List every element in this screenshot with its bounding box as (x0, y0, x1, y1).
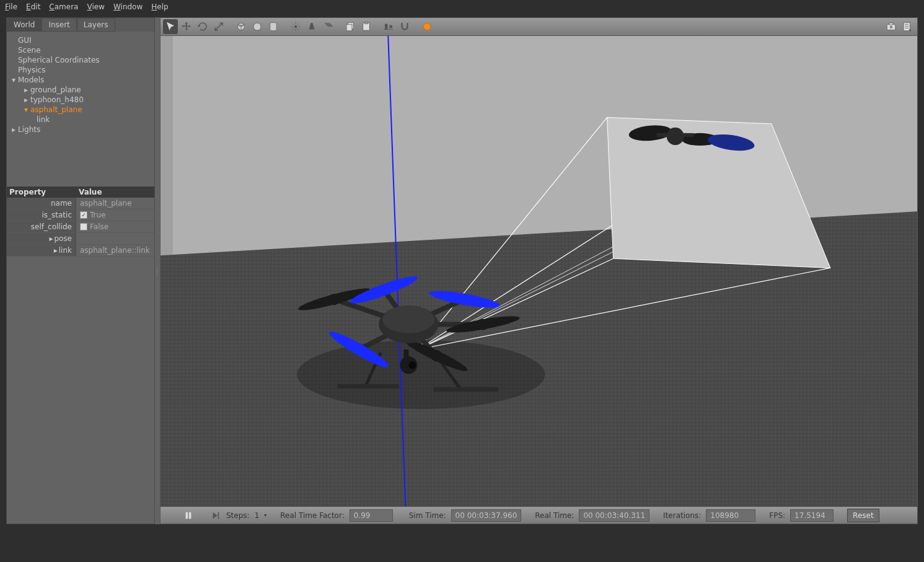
main-area: World Insert Layers GUI Scene Spherical … (0, 14, 924, 528)
menu-edit[interactable]: Edit (26, 2, 40, 11)
checkbox-self-collide[interactable] (80, 223, 87, 231)
checkbox-is-static[interactable]: ✓ (80, 211, 87, 219)
svg-point-76 (408, 361, 416, 369)
tool-select[interactable] (163, 19, 178, 34)
prop-name-key: name (7, 198, 76, 209)
svg-rect-53 (433, 387, 498, 392)
svg-line-7 (293, 24, 294, 25)
fps-label: FPS: (769, 511, 785, 520)
tree-spherical[interactable]: Spherical Coordinates (9, 55, 152, 65)
viewport-3d[interactable] (160, 36, 918, 507)
svg-rect-19 (390, 25, 393, 29)
tool-log[interactable] (900, 19, 915, 34)
tool-screenshot[interactable] (884, 19, 899, 34)
svg-rect-23 (889, 23, 893, 25)
tree-ground-plane[interactable]: ground_plane (9, 85, 152, 95)
rtf-label: Real Time Factor: (280, 511, 344, 520)
prop-link-val: asphalt_plane::link (76, 245, 154, 256)
panel-filler (7, 257, 154, 524)
tree-gui[interactable]: GUI (9, 35, 152, 45)
simtime-value: 00 00:03:37.960 (451, 509, 522, 522)
svg-rect-17 (365, 22, 368, 24)
tool-directional[interactable] (320, 19, 335, 34)
tool-view-angle[interactable] (420, 19, 434, 34)
svg-point-73 (382, 305, 434, 333)
world-tree[interactable]: GUI Scene Spherical Coordinates Physics … (7, 32, 154, 187)
menu-file[interactable]: File (5, 2, 17, 11)
fps-value: 17.5194 (790, 509, 834, 522)
svg-point-22 (890, 26, 893, 29)
menu-help[interactable]: Help (151, 2, 168, 11)
property-panel: Property Value name asphalt_plane is_sta… (7, 187, 154, 257)
menubar: File Edit Camera View Window Help (0, 0, 924, 14)
prop-self-collide-key: self_collide (7, 221, 76, 232)
tool-paste[interactable] (359, 19, 374, 34)
prop-link[interactable]: link asphalt_plane::link (7, 245, 154, 257)
steps-dropdown-icon[interactable]: ▾ (264, 512, 266, 518)
svg-point-0 (253, 23, 261, 30)
tool-translate[interactable] (179, 19, 194, 34)
svg-rect-52 (337, 384, 399, 389)
svg-line-9 (293, 29, 294, 30)
tree-physics[interactable]: Physics (9, 65, 152, 75)
tool-sphere[interactable] (250, 19, 265, 34)
realtime-label: Real Time: (535, 511, 574, 520)
prop-name[interactable]: name asphalt_plane (7, 198, 154, 209)
svg-rect-78 (189, 512, 191, 519)
svg-rect-15 (346, 24, 352, 31)
panel-tabs: World Insert Layers (7, 18, 154, 32)
center-area: Steps: 1 ▾ Real Time Factor: 0.99 Sim Ti… (160, 17, 918, 524)
statusbar: Steps: 1 ▾ Real Time Factor: 0.99 Sim Ti… (160, 507, 918, 524)
tab-world[interactable]: World (7, 18, 42, 32)
tool-align[interactable] (381, 19, 396, 34)
tool-cylinder[interactable] (266, 19, 281, 34)
tree-link[interactable]: link (9, 115, 152, 125)
scene-render (161, 36, 917, 506)
splitter[interactable] (155, 17, 160, 524)
toolbar (160, 17, 918, 36)
iterations-value: 108980 (706, 509, 755, 522)
reset-button[interactable]: Reset (847, 509, 879, 522)
prop-self-collide-val[interactable]: False (76, 221, 154, 232)
prop-pose[interactable]: pose (7, 233, 154, 245)
tree-scene[interactable]: Scene (9, 45, 152, 55)
simtime-label: Sim Time: (409, 511, 446, 520)
tab-layers[interactable]: Layers (77, 18, 115, 32)
header-value: Value (76, 187, 154, 198)
rtf-value: 0.99 (350, 509, 393, 522)
menu-view[interactable]: View (87, 2, 104, 11)
svg-rect-77 (186, 512, 188, 519)
prop-is-static[interactable]: is_static ✓True (7, 209, 154, 221)
prop-pose-key: pose (7, 233, 76, 244)
pause-button[interactable] (183, 510, 194, 521)
prop-is-static-key: is_static (7, 209, 76, 221)
tool-snap[interactable] (397, 19, 412, 34)
svg-line-10 (297, 24, 299, 25)
tool-box[interactable] (234, 19, 249, 34)
prop-self-collide[interactable]: self_collide False (7, 221, 154, 233)
prop-link-key: link (7, 245, 76, 256)
iterations-label: Iterations: (663, 511, 701, 520)
prop-name-val: asphalt_plane (76, 198, 154, 209)
tool-spotlight[interactable] (304, 19, 319, 34)
tool-rotate[interactable] (195, 19, 210, 34)
svg-rect-18 (385, 24, 388, 30)
tool-pointlight[interactable] (288, 19, 303, 34)
tree-lights[interactable]: Lights (9, 125, 152, 134)
svg-point-2 (294, 25, 297, 29)
header-property: Property (7, 187, 76, 198)
tool-copy[interactable] (343, 19, 358, 34)
svg-line-8 (297, 29, 299, 30)
tab-insert[interactable]: Insert (42, 18, 76, 32)
svg-rect-49 (657, 133, 694, 137)
tree-models[interactable]: Models (9, 75, 152, 85)
left-panel: World Insert Layers GUI Scene Spherical … (6, 17, 155, 524)
menu-window[interactable]: Window (113, 2, 143, 11)
step-button[interactable] (210, 510, 221, 521)
steps-value: 1 (255, 511, 260, 520)
menu-camera[interactable]: Camera (49, 2, 78, 11)
tree-asphalt-plane[interactable]: asphalt_plane (9, 105, 152, 115)
tree-typhoon[interactable]: typhoon_h480 (9, 95, 152, 105)
prop-is-static-val[interactable]: ✓True (76, 209, 154, 221)
tool-scale[interactable] (211, 19, 226, 34)
